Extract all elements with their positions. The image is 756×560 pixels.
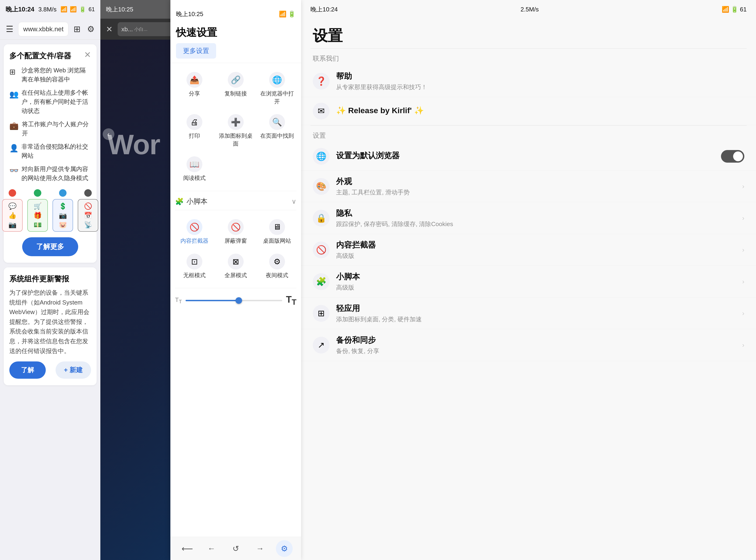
qs-print[interactable]: 🖨 打印 [175, 111, 214, 151]
qs-icons: 📶 🔋 [279, 11, 296, 18]
qs-scroll-area: 📤 分享 🔗 复制链接 🌐 在浏览器中打开 🖨 打印 ➕ 添加图标 [171, 65, 301, 537]
url-sub: 小白... [134, 26, 147, 33]
qs-desktop-label: 桌面版网站 [263, 237, 291, 245]
backup-desc: 备份, 恢复, 分享 [336, 347, 736, 355]
night-mode-icon: ⚙ [269, 254, 285, 269]
qs-print-label: 打印 [189, 132, 200, 140]
qs-share[interactable]: 📤 分享 [175, 68, 214, 108]
chevron-left-icon[interactable]: ‹ [103, 128, 114, 140]
settings-item-email[interactable]: ✉ ✨ Release by Kirlif' ✨ [301, 97, 756, 125]
profile-card-blue[interactable]: 💲 📷 🐷 [53, 189, 73, 232]
nav-forward[interactable]: → [252, 540, 268, 557]
qs-block-popup[interactable]: 🚫 屏蔽弹窗 [216, 216, 255, 248]
info-item-3: 💼 将工作账户与个人账户分开 [9, 120, 91, 138]
scripts-text: 小脚本 高级版 [336, 272, 736, 292]
close-button[interactable]: ✕ [84, 50, 91, 60]
quick-settings-panel: 晚上10:25 📶 🔋 快速设置 更多设置 📤 分享 🔗 复制链接 🌐 [171, 0, 301, 560]
nav-back[interactable]: ← [203, 540, 220, 557]
speed-1: 3.8M/s [38, 6, 57, 13]
profile-card-red[interactable]: 💬 👍 📷 [2, 189, 23, 232]
qs-fullscreen[interactable]: ⊠ 全屏模式 [216, 251, 255, 283]
social-icon: 👤 [9, 143, 18, 154]
settings-item-privacy[interactable]: 🔒 隐私 跟踪保护, 保存密码, 清除缓存, 清除Cookies › [301, 202, 756, 234]
email-title: ✨ Release by Kirlif' ✨ [336, 106, 744, 115]
star-left: ✨ [336, 106, 348, 115]
time-3: 晚上10:24 [311, 5, 338, 14]
qs-find-page[interactable]: 🔍 在页面中找到 [257, 111, 296, 151]
info-item-2: 👥 在任何站点上使用多个帐户，所有帐户同时处于活动状态 [9, 88, 91, 116]
settings-item-appearance[interactable]: 🎨 外观 主题, 工具栏位置, 滑动手势 › [301, 171, 756, 202]
piggy-icon: 🐷 [59, 221, 67, 229]
settings-item-help[interactable]: ❓ 帮助 从专家那里获得高级提示和技巧！ [301, 65, 756, 97]
print-icon: 🖨 [186, 114, 202, 130]
status-icons-1: 📶 📶 🔋 61 [60, 6, 95, 13]
qs-content-blocker[interactable]: 🚫 内容拦截器 [175, 216, 214, 248]
learn-button[interactable]: 了解 [9, 361, 46, 379]
slider-thumb[interactable] [236, 297, 242, 304]
settings-item-scripts[interactable]: 🧩 小脚本 高级版 › [301, 266, 756, 298]
info-text-5: 对向新用户提供专属内容的网站使用永久隐身模式 [21, 164, 91, 183]
profile-card-green[interactable]: 🛒 🎁 💵 [27, 189, 48, 232]
section-settings-label: 设置 [301, 125, 756, 142]
status-bar-3: 晚上10:24 2.5M/s 📶 🔋 61 [301, 0, 756, 19]
learn-more-button[interactable]: 了解更多 [22, 237, 78, 256]
profile-dot-blue [59, 189, 66, 197]
qs-divider-2 [175, 191, 296, 191]
backup-icon: ↗ [313, 337, 330, 354]
content-blocker-desc: 高级版 [336, 252, 736, 260]
no-frame-icon: ⊡ [186, 254, 202, 269]
new-button[interactable]: + 新建 [56, 361, 91, 379]
qs-reader-mode[interactable]: 📖 阅读模式 [175, 153, 214, 185]
nav-settings[interactable]: ⚙ [276, 540, 293, 557]
nav-refresh[interactable]: ↺ [227, 540, 244, 557]
nav-back-double[interactable]: ⟵ [179, 540, 196, 557]
profile-box-red: 💬 👍 📷 [2, 199, 23, 232]
qs-main-grid: 📤 分享 🔗 复制链接 🌐 在浏览器中打开 🖨 打印 ➕ 添加图标 [175, 65, 296, 189]
more-settings-button[interactable]: 更多设置 [176, 43, 216, 59]
script-section-label: 小脚本 [186, 197, 207, 206]
qs-no-frame[interactable]: ⊡ 无框模式 [175, 251, 214, 283]
settings-item-content-blocker[interactable]: 🚫 内容拦截器 高级版 › [301, 234, 756, 266]
profiles-row: 💬 👍 📷 🛒 🎁 💵 💲 📷 🐷 [9, 189, 91, 232]
qs-noframe-label: 无框模式 [183, 272, 206, 279]
chevron-right-icon-6: › [742, 341, 744, 349]
qs-add-desktop[interactable]: ➕ 添加图标到桌面 [216, 111, 255, 151]
close-icon-2[interactable]: ✕ [104, 24, 114, 34]
font-size-row: TT TT [175, 290, 296, 311]
url-text-2: xb... [121, 26, 133, 33]
block-icon: 🚫 [84, 202, 92, 210]
tabs-icon[interactable]: ⊞ [72, 23, 82, 36]
font-slider-track[interactable] [185, 300, 282, 301]
expand-icon[interactable]: ∨ [292, 198, 296, 205]
menu-icon[interactable]: ☰ [5, 23, 15, 36]
status-bar-1: 晚上10:24 3.8M/s 📶 📶 🔋 61 [0, 0, 100, 19]
profile-card-dark[interactable]: 🚫 📅 📡 [78, 189, 98, 232]
settings-item-backup[interactable]: ↗ 备份和同步 备份, 恢复, 分享 › [301, 329, 756, 361]
settings-item-lite-apps[interactable]: ⊞ 轻应用 添加图标到桌面, 分类, 硬件加速 › [301, 298, 756, 329]
qs-header: 晚上10:25 📶 🔋 快速设置 更多设置 [171, 0, 301, 61]
help-icon: ❓ [313, 73, 330, 89]
chevron-right-icon-5: › [742, 309, 744, 317]
qs-open-browser[interactable]: 🌐 在浏览器中打开 [257, 68, 296, 108]
block-popup-icon: 🚫 [228, 219, 244, 235]
qs-desktop-site[interactable]: 🖥 桌面版网站 [257, 216, 296, 248]
url-bar-1[interactable]: www.xbbk.net [18, 22, 68, 36]
qs-time: 晚上10:25 [176, 10, 203, 18]
privacy-title: 隐私 [336, 208, 736, 219]
appearance-icon: 🎨 [313, 178, 330, 195]
qs-night-mode[interactable]: ⚙ 夜间模式 [257, 251, 296, 283]
settings-item-default-browser[interactable]: 🌐 设置为默认浏览器 [301, 142, 756, 171]
settings-icon[interactable]: ⚙ [86, 23, 96, 36]
qs-script-section: 🧩 小脚本 ∨ [175, 193, 296, 208]
qs-blocker-label: 内容拦截器 [180, 237, 208, 245]
chevron-right-icon-3: › [742, 246, 744, 254]
chevron-right-icon-4: › [742, 278, 744, 285]
work-icon: 💼 [9, 120, 18, 132]
reader-icon: 📖 [186, 156, 202, 172]
share-icon: 📤 [186, 72, 202, 88]
default-browser-toggle[interactable] [721, 150, 744, 163]
profile-dot-dark [84, 189, 92, 197]
settings-title: 设置 [301, 19, 756, 48]
profiles-info-card: 多个配置文件/容器 ✕ ⊞ 沙盒将您的 Web 浏览隔离在单独的容器中 👥 在任… [4, 44, 97, 263]
qs-copy-link[interactable]: 🔗 复制链接 [216, 68, 255, 108]
